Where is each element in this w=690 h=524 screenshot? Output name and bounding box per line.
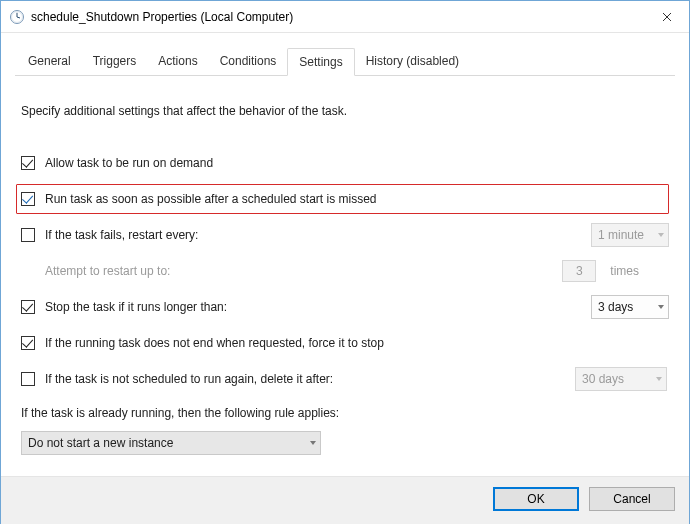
label-force-stop: If the running task does not end when re… xyxy=(45,336,384,350)
cancel-button[interactable]: Cancel xyxy=(589,487,675,511)
row-force-stop: If the running task does not end when re… xyxy=(21,328,669,358)
label-stop-if-longer: Stop the task if it runs longer than: xyxy=(45,300,227,314)
intro-text: Specify additional settings that affect … xyxy=(21,104,347,118)
settings-pane: Specify additional settings that affect … xyxy=(15,76,675,470)
chevron-down-icon xyxy=(658,305,664,309)
tab-general[interactable]: General xyxy=(17,48,82,76)
chevron-down-icon xyxy=(656,377,662,381)
combo-restart-interval-value: 1 minute xyxy=(598,228,644,242)
label-already-running: If the task is already running, then the… xyxy=(21,406,339,420)
combo-restart-interval: 1 minute xyxy=(591,223,669,247)
row-rule-combo: Do not start a new instance xyxy=(21,428,669,458)
tab-history[interactable]: History (disabled) xyxy=(355,48,470,76)
row-already-running-label: If the task is already running, then the… xyxy=(21,406,669,420)
client-area: General Triggers Actions Conditions Sett… xyxy=(1,33,689,476)
tab-settings[interactable]: Settings xyxy=(287,48,354,76)
number-attempt-restart: 3 xyxy=(562,260,596,282)
tab-strip: General Triggers Actions Conditions Sett… xyxy=(15,47,675,76)
row-stop-if-longer: Stop the task if it runs longer than: 3 … xyxy=(21,292,669,322)
checkbox-run-asap[interactable] xyxy=(21,192,35,206)
label-allow-on-demand: Allow task to be run on demand xyxy=(45,156,213,170)
dialog-footer: OK Cancel xyxy=(1,476,689,524)
chevron-down-icon xyxy=(658,233,664,237)
tab-conditions[interactable]: Conditions xyxy=(209,48,288,76)
row-restart-every: If the task fails, restart every: 1 minu… xyxy=(21,220,669,250)
combo-delete-after: 30 days xyxy=(575,367,667,391)
checkbox-restart-every[interactable] xyxy=(21,228,35,242)
label-run-asap: Run task as soon as possible after a sch… xyxy=(45,192,377,206)
close-button[interactable] xyxy=(645,1,689,32)
checkbox-stop-if-longer[interactable] xyxy=(21,300,35,314)
label-delete-after: If the task is not scheduled to run agai… xyxy=(45,372,333,386)
clock-icon xyxy=(9,9,25,25)
settings-intro: Specify additional settings that affect … xyxy=(21,96,669,126)
tab-triggers[interactable]: Triggers xyxy=(82,48,148,76)
row-run-asap: Run task as soon as possible after a sch… xyxy=(16,184,669,214)
checkbox-allow-on-demand[interactable] xyxy=(21,156,35,170)
checkbox-delete-after[interactable] xyxy=(21,372,35,386)
checkbox-force-stop[interactable] xyxy=(21,336,35,350)
label-attempt-restart: Attempt to restart up to: xyxy=(45,264,170,278)
chevron-down-icon xyxy=(310,441,316,445)
tab-actions[interactable]: Actions xyxy=(147,48,208,76)
combo-instance-rule-value: Do not start a new instance xyxy=(28,436,173,450)
properties-window: schedule_Shutdown Properties (Local Comp… xyxy=(0,0,690,524)
window-title: schedule_Shutdown Properties (Local Comp… xyxy=(31,10,645,24)
titlebar: schedule_Shutdown Properties (Local Comp… xyxy=(1,1,689,33)
row-attempt-restart: Attempt to restart up to: 3 times xyxy=(45,256,669,286)
combo-instance-rule[interactable]: Do not start a new instance xyxy=(21,431,321,455)
ok-button[interactable]: OK xyxy=(493,487,579,511)
combo-delete-after-value: 30 days xyxy=(582,372,624,386)
label-times: times xyxy=(610,264,639,278)
combo-stop-duration-value: 3 days xyxy=(598,300,633,314)
combo-stop-duration[interactable]: 3 days xyxy=(591,295,669,319)
row-allow-on-demand: Allow task to be run on demand xyxy=(21,148,669,178)
label-restart-every: If the task fails, restart every: xyxy=(45,228,198,242)
row-delete-after: If the task is not scheduled to run agai… xyxy=(21,364,669,394)
